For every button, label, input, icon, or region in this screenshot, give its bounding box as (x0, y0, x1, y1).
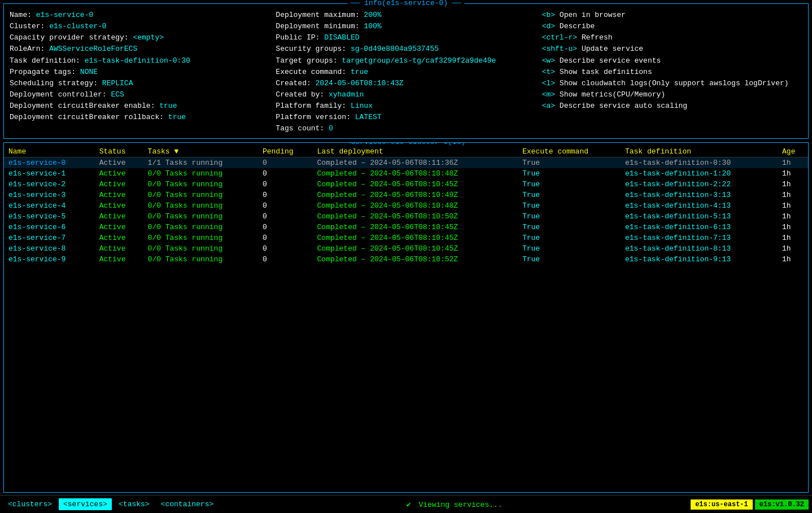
cell-tasks: 0/0 Tasks running (143, 168, 258, 179)
cell-tasks: 0/0 Tasks running (143, 190, 258, 200)
footer: <clusters> <services> <tasks> <container… (0, 495, 812, 513)
col-header-pending: Pending (258, 146, 313, 157)
cell-tasks: 0/0 Tasks running (143, 233, 258, 243)
cell-name: e1s-service-0 (4, 157, 95, 168)
cell-execute-command: True (518, 168, 621, 179)
cell-age: 1h (778, 254, 808, 265)
info-created: Created: 2024-05-06T08:10:43Z (276, 78, 536, 89)
cell-execute-command: True (518, 190, 621, 200)
cell-status: Active (95, 222, 143, 233)
cell-age: 1h (778, 243, 808, 254)
cell-task-definition: e1s-task-definition-4:13 (621, 200, 778, 211)
table-row[interactable]: e1s-service-8Active0/0 Tasks running0Com… (4, 243, 808, 254)
cell-task-definition: e1s-task-definition-6:13 (621, 222, 778, 233)
table-header-row: Name Status Tasks ▼ Pending Last deploym… (4, 146, 808, 157)
cell-tasks: 1/1 Tasks running (143, 157, 258, 168)
cell-age: 1h (778, 157, 808, 168)
cell-last-deployment: Completed – 2024-05-06T08:10:45Z (313, 222, 518, 233)
footer-status: ✔ Viewing services... (218, 500, 691, 509)
info-taskdef: Task definition: e1s-task-definition-0:3… (10, 55, 270, 67)
cell-tasks: 0/0 Tasks running (143, 254, 258, 265)
cell-status: Active (95, 254, 143, 265)
table-row[interactable]: e1s-service-0Active1/1 Tasks running0Com… (4, 157, 808, 168)
table-row[interactable]: e1s-service-4Active0/0 Tasks running0Com… (4, 200, 808, 211)
cell-task-definition: e1s-task-definition-5:13 (621, 211, 778, 222)
cell-status: Active (95, 243, 143, 254)
footer-right: e1s:us-east-1 e1s:v1.0.32 (691, 499, 809, 510)
cell-status: Active (95, 168, 143, 179)
main-container: ── info(e1s-service-0) ── Name: e1s-serv… (0, 0, 812, 513)
cell-pending: 0 (258, 157, 313, 168)
cell-execute-command: True (518, 211, 621, 222)
services-panel: ── <Services>e1s-cluster-0(10) ── Name S… (3, 142, 809, 493)
info-platform-version: Platform version: LATEST (276, 112, 536, 123)
cell-name: e1s-service-5 (4, 211, 95, 222)
tab-services[interactable]: <services> (59, 498, 112, 510)
cell-execute-command: True (518, 243, 621, 254)
cell-tasks: 0/0 Tasks running (143, 200, 258, 211)
cell-age: 1h (778, 179, 808, 190)
check-icon: ✔ (407, 501, 411, 509)
cell-pending: 0 (258, 211, 313, 222)
cell-last-deployment: Completed – 2024-05-06T08:10:45Z (313, 243, 518, 254)
table-row[interactable]: e1s-service-2Active0/0 Tasks running0Com… (4, 179, 808, 190)
info-created-by: Created by: xyhadmin (276, 89, 536, 100)
cell-task-definition: e1s-task-definition-3:13 (621, 190, 778, 200)
tab-tasks[interactable]: <tasks> (114, 498, 154, 510)
cell-task-definition: e1s-task-definition-2:22 (621, 179, 778, 190)
services-table-container[interactable]: Name Status Tasks ▼ Pending Last deploym… (4, 146, 808, 492)
table-row[interactable]: e1s-service-7Active0/0 Tasks running0Com… (4, 233, 808, 243)
table-row[interactable]: e1s-service-1Active0/0 Tasks running0Com… (4, 168, 808, 179)
cell-task-definition: e1s-task-definition-8:13 (621, 243, 778, 254)
cell-name: e1s-service-9 (4, 254, 95, 265)
cell-name: e1s-service-6 (4, 222, 95, 233)
cell-name: e1s-service-8 (4, 243, 95, 254)
info-public-ip: Public IP: DISABLED (276, 32, 536, 43)
kb-task-defs: <t> Show task definitions (542, 67, 802, 78)
cell-tasks: 0/0 Tasks running (143, 179, 258, 190)
cell-status: Active (95, 200, 143, 211)
footer-badge-region: e1s:us-east-1 (691, 499, 753, 510)
cell-last-deployment: Completed – 2024-05-06T08:10:45Z (313, 233, 518, 243)
info-cb-enable: Deployment circuitBreaker enable: true (10, 100, 270, 112)
cell-task-definition: e1s-task-definition-0:30 (621, 157, 778, 168)
info-platform-family: Platform family: Linux (276, 100, 536, 112)
cell-last-deployment: Completed – 2024-05-06T08:10:48Z (313, 168, 518, 179)
info-deploy-min: Deployment minimum: 100% (276, 21, 536, 32)
info-cb-rollback: Deployment circuitBreaker rollback: true (10, 112, 270, 123)
table-row[interactable]: e1s-service-9Active0/0 Tasks running0Com… (4, 254, 808, 265)
tab-containers[interactable]: <containers> (156, 498, 219, 510)
cell-execute-command: True (518, 157, 621, 168)
table-row[interactable]: e1s-service-6Active0/0 Tasks running0Com… (4, 222, 808, 233)
cell-status: Active (95, 211, 143, 222)
cell-age: 1h (778, 222, 808, 233)
cell-status: Active (95, 190, 143, 200)
cell-last-deployment: Completed – 2024-05-06T08:11:36Z (313, 157, 518, 168)
info-propagate: Propagate tags: NONE (10, 67, 270, 78)
cell-pending: 0 (258, 190, 313, 200)
info-scheduling: Scheduling strategy: REPLICA (10, 78, 270, 89)
cell-name: e1s-service-2 (4, 179, 95, 190)
cell-age: 1h (778, 190, 808, 200)
cell-pending: 0 (258, 168, 313, 179)
info-execute-cmd: Execute command: true (276, 67, 536, 78)
table-row[interactable]: e1s-service-5Active0/0 Tasks running0Com… (4, 211, 808, 222)
col-header-task-definition: Task definition (621, 146, 778, 157)
cell-pending: 0 (258, 200, 313, 211)
cell-name: e1s-service-7 (4, 233, 95, 243)
col-header-tasks: Tasks ▼ (143, 146, 258, 157)
table-row[interactable]: e1s-service-3Active0/0 Tasks running0Com… (4, 190, 808, 200)
info-security-groups: Security groups: sg-0d49e8804a9537455 (276, 43, 536, 55)
services-panel-title: ── <Services>e1s-cluster-0(10) ── (330, 142, 482, 146)
col-header-status: Status (95, 146, 143, 157)
cell-pending: 0 (258, 243, 313, 254)
kb-describe: <d> Describe (542, 21, 802, 32)
tab-clusters[interactable]: <clusters> (3, 498, 56, 510)
cell-age: 1h (778, 200, 808, 211)
info-col-1: Name: e1s-service-0 Cluster: e1s-cluster… (10, 10, 276, 135)
cell-execute-command: True (518, 222, 621, 233)
info-col-3: <b> Open in browser <d> Describe <ctrl-r… (542, 10, 802, 135)
cell-pending: 0 (258, 222, 313, 233)
cell-name: e1s-service-4 (4, 200, 95, 211)
col-header-last-deployment: Last deployment (313, 146, 518, 157)
